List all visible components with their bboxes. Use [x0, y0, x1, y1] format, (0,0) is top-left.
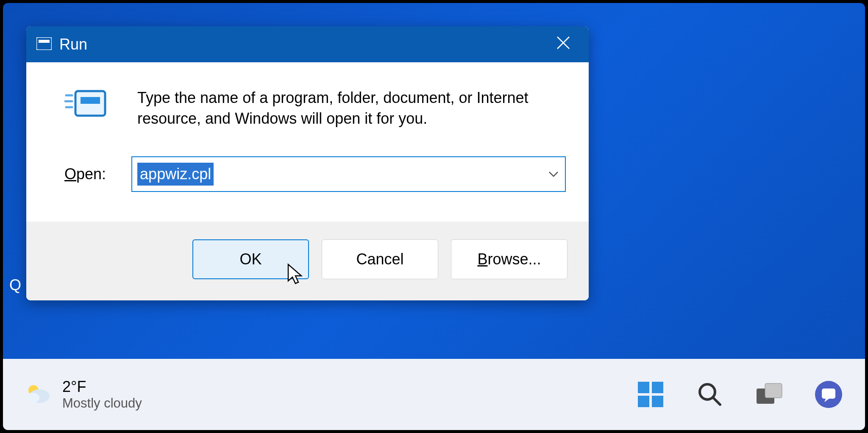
- browse-button[interactable]: Browse...: [451, 239, 568, 279]
- start-button[interactable]: [635, 379, 666, 410]
- svg-rect-5: [81, 97, 100, 104]
- widget-hint: Q: [9, 276, 21, 294]
- run-icon: [36, 37, 52, 52]
- task-view-icon[interactable]: [754, 379, 785, 410]
- chevron-down-icon[interactable]: [547, 168, 560, 180]
- weather-widget[interactable]: 2°F Mostly cloudy: [24, 378, 142, 411]
- svg-rect-1: [39, 40, 50, 43]
- desktop: Q Run: [3, 3, 865, 430]
- run-large-icon: [64, 88, 107, 123]
- taskbar-icons: [635, 379, 844, 410]
- open-combobox[interactable]: appwiz.cpl: [131, 156, 566, 192]
- ok-button[interactable]: OK: [192, 239, 309, 279]
- dialog-description: Type the name of a program, folder, docu…: [137, 88, 568, 129]
- weather-temperature: 2°F: [62, 378, 142, 396]
- close-button[interactable]: [551, 35, 576, 53]
- chat-icon[interactable]: [813, 379, 844, 410]
- svg-rect-12: [652, 396, 663, 407]
- svg-rect-18: [822, 389, 835, 399]
- svg-rect-0: [36, 37, 52, 50]
- taskbar[interactable]: 2°F Mostly cloudy: [3, 359, 865, 430]
- open-input-value[interactable]: appwiz.cpl: [137, 163, 214, 186]
- svg-rect-16: [765, 383, 782, 398]
- svg-line-14: [713, 398, 720, 405]
- search-icon[interactable]: [695, 379, 725, 410]
- svg-rect-10: [652, 382, 663, 393]
- svg-rect-9: [638, 382, 649, 393]
- cancel-button[interactable]: Cancel: [322, 239, 438, 279]
- run-dialog: Run Type the name of a program, fo: [26, 26, 589, 300]
- dialog-footer: OK Cancel Browse...: [26, 222, 589, 300]
- svg-rect-11: [638, 396, 649, 407]
- weather-icon: [24, 382, 51, 407]
- open-label: Open:: [64, 165, 106, 183]
- dialog-title: Run: [59, 36, 87, 53]
- dialog-body: Type the name of a program, folder, docu…: [26, 62, 589, 222]
- title-bar[interactable]: Run: [26, 26, 589, 62]
- weather-condition: Mostly cloudy: [62, 396, 142, 411]
- svg-point-8: [26, 393, 39, 403]
